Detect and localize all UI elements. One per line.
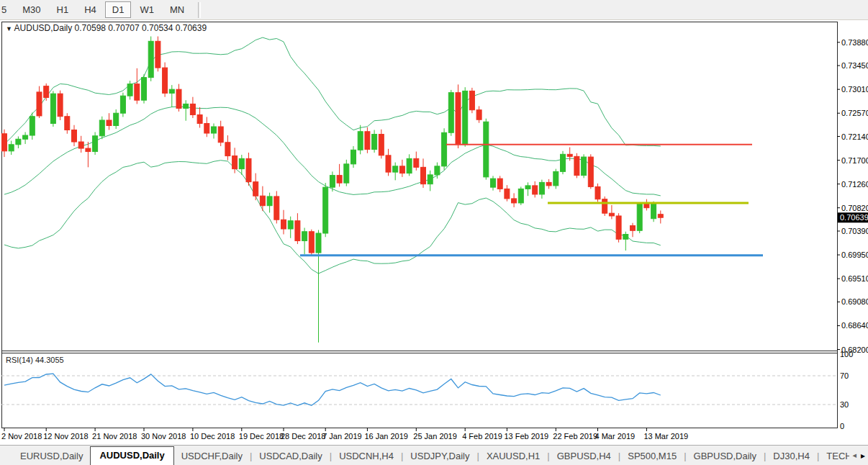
candle-body-down (386, 155, 391, 172)
timeframe-button-m30[interactable]: M30 (15, 1, 48, 18)
symbol-tab-usdjpy-daily[interactable]: USDJPY,Daily (403, 448, 476, 465)
price-axis-label: 0.70820 (841, 204, 868, 212)
tab-scroll-right-icon[interactable]: ▸ (861, 451, 865, 461)
candle-body-down (602, 199, 607, 214)
candle-body-down (630, 225, 636, 230)
candle-body-down (260, 196, 265, 206)
date-axis-label: 4 Feb 2019 (462, 432, 502, 441)
date-axis-label: 19 Dec 2018 (239, 432, 284, 441)
symbol-tab-audusd-daily[interactable]: AUDUSD,Daily (90, 446, 173, 465)
symbol-tabbar: EURUSD,DailyAUDUSD,DailyUSDCHF,Daily|USD… (0, 445, 868, 465)
candle-body-down (616, 216, 621, 239)
candle-body-down (176, 89, 181, 108)
candle-body-down (644, 204, 649, 207)
timeframe-button-mn[interactable]: MN (163, 1, 191, 18)
candle-body-down (512, 199, 517, 203)
candle-body-up (114, 113, 119, 125)
candle-body-down (658, 215, 663, 218)
candle-body-up (448, 93, 453, 133)
candle-body-down (218, 127, 223, 143)
candle-body-down (365, 132, 370, 150)
candle-body-up (344, 164, 349, 183)
candle-body-up (484, 122, 489, 177)
candle-body-down (295, 221, 300, 241)
price-axis-label: 0.69080 (841, 297, 868, 306)
candle-body-up (316, 233, 321, 253)
candle-body-up (330, 176, 335, 188)
candle-body-down (281, 220, 286, 229)
date-axis-label: 22 Feb 2019 (553, 432, 597, 441)
candle-body-up (127, 84, 132, 96)
trading-terminal-window: 5M30H1H4D1W1MN ▼ AUDUSD,Daily 0.70598 0.… (0, 0, 868, 465)
date-axis-label: 10 Dec 2018 (190, 432, 235, 441)
candle-body-up (169, 89, 174, 93)
candle-body-up (428, 175, 433, 184)
candle-body-up (463, 91, 468, 144)
candle-body-down (163, 68, 168, 93)
candle-body-up (561, 154, 566, 171)
timeframe-button-d1[interactable]: D1 (105, 1, 132, 18)
candle-body-down (107, 120, 112, 126)
candle-body-down (414, 158, 419, 167)
symbol-tab-gbpusd-daily[interactable]: GBPUSD,Daily (687, 448, 764, 465)
candle-body-down (588, 157, 593, 186)
symbol-tab-tech100-h1[interactable]: TECH100,H1 (819, 448, 849, 465)
price-axis-label: 0.69510 (841, 274, 868, 283)
candle-body-down (309, 232, 314, 253)
symbol-tab-usdchf-daily[interactable]: USDCHF,Daily (174, 448, 250, 465)
symbol-tab-gbpusd-h4[interactable]: GBPUSD,H4 (550, 448, 618, 465)
price-axis-label: 0.72140 (841, 132, 868, 141)
candle-body-up (491, 179, 496, 187)
symbol-tab-dj30-h4[interactable]: DJ30,H4 (766, 448, 817, 465)
candle-body-down (421, 167, 426, 184)
timeframe-button-h1[interactable]: H1 (50, 1, 76, 18)
date-axis-label: 21 Nov 2018 (92, 432, 137, 441)
candle-body-down (567, 154, 572, 156)
candle-body-down (533, 186, 538, 194)
candle-body-up (553, 171, 559, 186)
candle-body-down (476, 110, 482, 120)
candle-body-down (337, 176, 342, 184)
timeframe-button-5[interactable]: 5 (0, 1, 14, 18)
candle-body-down (72, 130, 77, 143)
tab-scroll-controls: ◂ ▸ (849, 446, 868, 465)
timeframe-button-h4[interactable]: H4 (77, 1, 104, 18)
price-axis-label: 0.73450 (841, 61, 868, 70)
candle-body-up (302, 232, 307, 241)
rsi-indicator-label: RSI(14) 44.3055 (6, 356, 64, 364)
candle-body-up (120, 96, 125, 113)
symbol-tab-usdcad-daily[interactable]: USDCAD,Daily (252, 448, 329, 465)
candle-body-up (637, 204, 642, 230)
candle-body-down (505, 189, 510, 199)
candle-body-down (497, 179, 502, 189)
price-axis-label: 0.72570 (841, 109, 868, 117)
candle-body-down (204, 123, 209, 133)
symbol-tabstrip: EURUSD,DailyAUDUSD,DailyUSDCHF,Daily|USD… (0, 446, 849, 465)
candle-body-up (525, 186, 530, 189)
symbol-tab-eurusd-daily[interactable]: EURUSD,Daily (13, 448, 90, 465)
rsi-axis-label: 100 (840, 350, 853, 358)
candle-body-down (78, 142, 83, 148)
candle-body-up (442, 132, 447, 166)
symbol-tab-usdcnh-h4[interactable]: USDCNH,H4 (332, 448, 401, 465)
timeframe-toolbar: 5M30H1H4D1W1MN (0, 0, 868, 20)
candle-body-down (197, 114, 202, 123)
candle-body-up (239, 158, 244, 168)
symbol-tab-xauusd-h1[interactable]: XAUUSD,H1 (479, 448, 547, 465)
candle-body-down (595, 186, 600, 199)
candle-body-down (456, 93, 461, 145)
chart-window-border (2, 22, 838, 428)
candle-body-up (539, 182, 544, 194)
candle-body-down (253, 182, 258, 197)
candle-body-down (232, 156, 238, 169)
date-axis-label: 28 Dec 2018 (281, 432, 325, 441)
toolbar-separator (198, 2, 201, 18)
price-axis-label: 0.68640 (841, 321, 868, 330)
price-chart-svg: ▼ AUDUSD,Daily 0.70598 0.70707 0.70534 0… (0, 20, 868, 445)
symbol-tab-sp500-m15[interactable]: SP500,M15 (620, 448, 684, 465)
candle-body-down (379, 135, 384, 155)
tab-scroll-left-icon[interactable]: ◂ (852, 451, 856, 460)
candle-body-down (574, 156, 579, 175)
candle-body-up (372, 135, 377, 150)
timeframe-button-w1[interactable]: W1 (132, 1, 161, 18)
